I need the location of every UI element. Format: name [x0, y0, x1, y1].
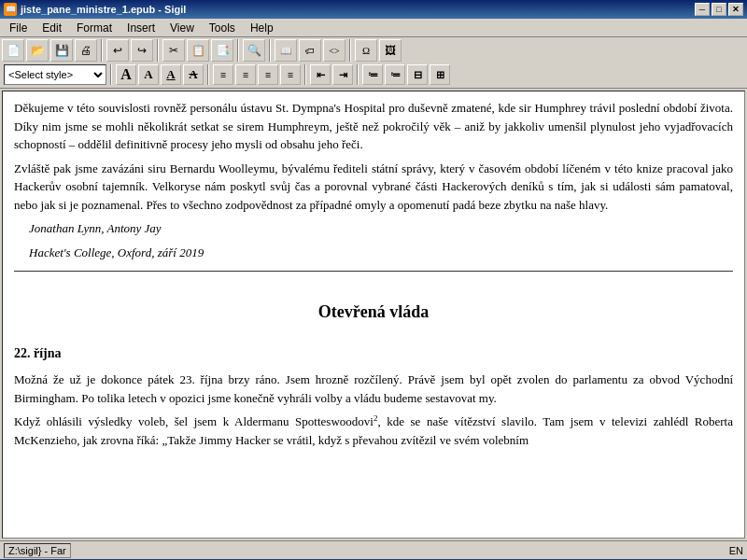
menu-insert[interactable]: Insert — [120, 20, 162, 36]
window-title: jiste_pane_ministre_1.epub - Sigil — [21, 4, 186, 15]
close-button[interactable]: ✕ — [728, 3, 743, 16]
status-path: Z:\sigil} - Far — [8, 545, 66, 556]
intro-paragraph-2: Zvláště pak jsme zavázáni siru Bernardu … — [14, 160, 733, 215]
status-bar: Z:\sigil} - Far EN — [0, 540, 747, 559]
author-line-1: Jonathan Lynn, Antony Jay — [29, 219, 733, 238]
menu-view[interactable]: View — [162, 20, 202, 36]
fmt-sep-4 — [357, 64, 359, 85]
status-language: EN — [729, 545, 743, 556]
increase-indent-button[interactable]: ⊞ — [430, 64, 450, 85]
redo-button[interactable]: ↪ — [131, 39, 153, 62]
indent-more-button[interactable]: ⇥ — [332, 64, 353, 85]
editor-area[interactable]: Děkujeme v této souvislosti rovněž perso… — [2, 91, 745, 539]
font-bold-large-button[interactable]: A — [116, 64, 136, 85]
image-button[interactable]: 🖼 — [379, 39, 402, 62]
window-controls: ─ □ ✕ — [695, 3, 743, 16]
minimize-button[interactable]: ─ — [695, 3, 710, 16]
menu-bar: File Edit Format Insert View Tools Help — [0, 19, 747, 37]
print-button[interactable]: 🖨 — [75, 39, 97, 62]
bullet-list-button[interactable]: ≔ — [362, 64, 383, 85]
intro-paragraph-1: Děkujeme v této souvislosti rovněž perso… — [14, 99, 733, 154]
metadata-button[interactable]: 🏷 — [299, 39, 321, 62]
copy-button[interactable]: 📋 — [187, 39, 209, 62]
font-strikethrough-button[interactable]: A — [183, 64, 204, 85]
menu-format[interactable]: Format — [69, 20, 120, 36]
section-divider — [14, 271, 733, 272]
separator-1 — [101, 39, 103, 62]
menu-tools[interactable]: Tools — [202, 20, 243, 36]
menu-edit[interactable]: Edit — [35, 20, 69, 36]
separator-3 — [237, 39, 239, 62]
status-left: Z:\sigil} - Far — [4, 543, 71, 558]
restore-button[interactable]: □ — [712, 3, 726, 16]
author-line-2: Hacket's College, Oxford, září 2019 — [29, 244, 733, 262]
ordered-list-button[interactable]: ≔ — [385, 64, 405, 85]
status-right: EN — [729, 545, 743, 556]
toc-button[interactable]: 📖 — [275, 39, 297, 62]
align-left-button[interactable]: ≡ — [213, 64, 233, 85]
date-heading: 22. října — [14, 343, 733, 363]
app-icon: 📖 — [4, 3, 17, 16]
indent-less-button[interactable]: ⇤ — [310, 64, 331, 85]
new-button[interactable]: 📄 — [2, 39, 24, 62]
open-button[interactable]: 📂 — [26, 39, 49, 62]
title-bar: 📖 jiste_pane_ministre_1.epub - Sigil ─ □… — [0, 0, 747, 19]
menu-file[interactable]: File — [2, 20, 35, 36]
undo-button[interactable]: ↩ — [106, 39, 129, 62]
main-paragraph-2: Když ohlásili výsledky voleb, šel jsem k… — [14, 413, 733, 449]
align-center-button[interactable]: ≡ — [235, 64, 256, 85]
separator-4 — [269, 39, 271, 62]
menu-help[interactable]: Help — [243, 20, 281, 36]
special-char-button[interactable]: Ω — [355, 39, 377, 62]
paste-button[interactable]: 📑 — [211, 39, 233, 62]
decrease-indent-button[interactable]: ⊟ — [407, 64, 428, 85]
fmt-sep-2 — [207, 64, 209, 85]
separator-5 — [349, 39, 351, 62]
code-button[interactable]: <> — [323, 39, 345, 62]
font-bold-button[interactable]: A — [138, 64, 159, 85]
paragraph-2-text: Když ohlásili výsledky voleb, šel jsem k… — [14, 414, 374, 428]
toolbar-area: 📄 📂 💾 🖨 ↩ ↪ ✂ 📋 📑 🔍 📖 🏷 <> Ω 🖼 <Select s… — [0, 37, 747, 89]
font-underline-button[interactable]: A — [161, 64, 181, 85]
main-area: Děkujeme v této souvislosti rovněž perso… — [0, 89, 747, 540]
separator-2 — [157, 39, 159, 62]
save-button[interactable]: 💾 — [50, 39, 73, 62]
find-button[interactable]: 🔍 — [243, 39, 265, 62]
main-paragraph-1: Možná že už je dokonce pátek 23. října b… — [14, 371, 733, 407]
chapter-title: Otevřená vláda — [14, 300, 733, 325]
style-select[interactable]: <Select style> — [4, 64, 106, 85]
align-justify-button[interactable]: ≡ — [280, 64, 301, 85]
status-panel-path: Z:\sigil} - Far — [4, 543, 71, 558]
main-toolbar: 📄 📂 💾 🖨 ↩ ↪ ✂ 📋 📑 🔍 📖 🏷 <> Ω 🖼 — [2, 39, 745, 62]
cut-button[interactable]: ✂ — [162, 39, 185, 62]
format-toolbar: <Select style> A A A A ≡ ≡ ≡ ≡ ⇤ ⇥ ≔ ≔ ⊟… — [2, 63, 745, 86]
align-right-button[interactable]: ≡ — [258, 64, 278, 85]
fmt-sep-3 — [304, 64, 306, 85]
fmt-sep-1 — [110, 64, 112, 85]
